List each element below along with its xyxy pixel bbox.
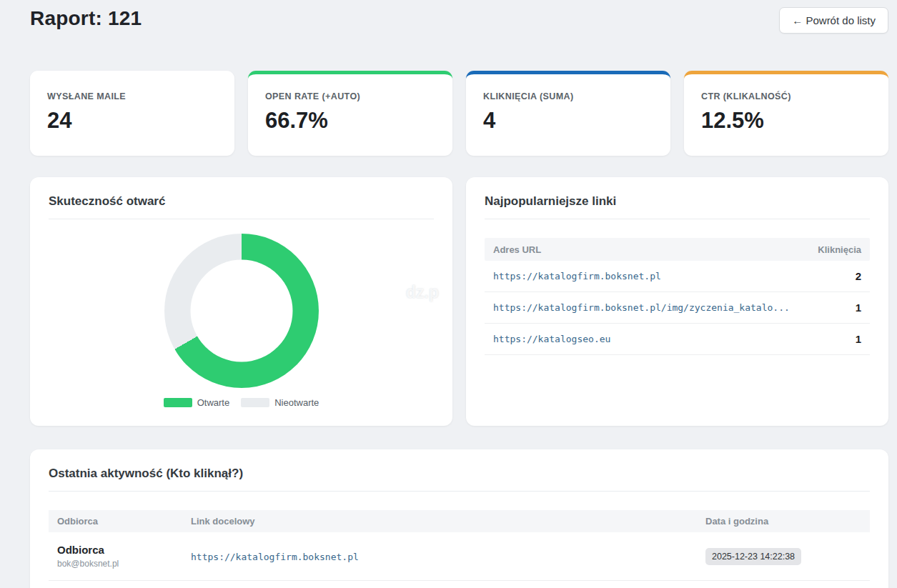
stat-card: CTR (KLIKALNOŚĆ) 12.5% <box>684 71 888 156</box>
col-header-link: Link docelowy <box>191 516 705 527</box>
last-activity-card: Ostatnia aktywność (Kto kliknął?) Odbior… <box>30 449 888 588</box>
col-header-datetime: Data i godzina <box>705 516 861 527</box>
link-url[interactable]: https://katalogfirm.boksnet.pl <box>191 552 359 562</box>
click-count: 2 <box>856 270 861 282</box>
link-url[interactable]: https://katalogfirm.boksnet.pl/img/zycze… <box>493 302 790 313</box>
links-table-header: Adres URL Kliknięcia <box>485 238 870 261</box>
click-count: 1 <box>856 302 861 314</box>
back-to-list-button[interactable]: ← Powrót do listy <box>779 7 888 34</box>
divider <box>49 491 870 492</box>
link-cell: https://katalogfirm.boksnet.pl <box>191 550 705 563</box>
col-header-recipient: Odbiorca <box>57 516 191 527</box>
report-page: Raport: 121 ← Powrót do listy WYSŁANE MA… <box>0 0 897 588</box>
table-row: Odbiorca bok@boksnet.pl https://katalogf… <box>49 532 870 581</box>
recipient-name: Odbiorca <box>57 544 191 556</box>
table-row: https://katalogseo.eu 1 <box>485 324 870 355</box>
legend-swatch-green <box>164 398 192 407</box>
link-url[interactable]: https://katalogseo.eu <box>493 334 610 344</box>
stat-label: WYSŁANE MAILE <box>47 91 217 101</box>
link-url[interactable]: https://katalogfirm.boksnet.pl <box>493 271 661 281</box>
opens-effectiveness-card: Skuteczność otwarć Otwarte Nieotwarte <box>30 177 452 426</box>
legend-item-nieotwarte[interactable]: Nieotwarte <box>241 397 319 408</box>
page-title: Raport: 121 <box>30 7 142 30</box>
col-header-url: Adres URL <box>493 244 541 255</box>
middle-section: Skuteczność otwarć Otwarte Nieotwarte <box>30 177 888 426</box>
chart-legend: Otwarte Nieotwarte <box>164 397 319 408</box>
stat-label: CTR (KLIKALNOŚĆ) <box>701 91 871 101</box>
stat-card: OPEN RATE (+AUTO) 66.7% <box>248 71 452 156</box>
donut-hole <box>190 260 292 362</box>
stats-grid: WYSŁANE MAILE 24 OPEN RATE (+AUTO) 66.7%… <box>30 71 888 156</box>
activity-table-header: Odbiorca Link docelowy Data i godzina <box>49 510 870 532</box>
stat-label: OPEN RATE (+AUTO) <box>265 91 435 101</box>
stat-value: 12.5% <box>701 108 871 134</box>
stat-label: KLIKNIĘCIA (SUMA) <box>483 91 653 101</box>
opens-card-title: Skuteczność otwarć <box>49 194 434 209</box>
recipient-cell: Odbiorca bok@boksnet.pl <box>57 544 191 569</box>
activity-card-title: Ostatnia aktywność (Kto kliknął?) <box>49 467 870 481</box>
table-row: https://katalogfirm.boksnet.pl 2 <box>485 261 870 292</box>
recipient-email: bok@boksnet.pl <box>57 559 191 569</box>
legend-swatch-gray <box>241 398 269 407</box>
stat-value: 24 <box>47 108 217 134</box>
links-table: Adres URL Kliknięcia https://katalogfirm… <box>485 238 870 355</box>
links-card-title: Najpopularniejsze linki <box>485 194 870 209</box>
page-header: Raport: 121 ← Powrót do listy <box>30 0 888 39</box>
opens-donut-chart <box>164 234 319 388</box>
stat-card: KLIKNIĘCIA (SUMA) 4 <box>466 71 670 156</box>
stat-value: 66.7% <box>265 108 435 134</box>
legend-label: Otwarte <box>197 397 230 408</box>
legend-label: Nieotwarte <box>274 397 319 408</box>
click-count: 1 <box>856 333 861 345</box>
divider <box>485 219 870 219</box>
legend-item-otwarte[interactable]: Otwarte <box>164 397 230 408</box>
datetime-cell: 2025-12-23 14:22:38 <box>705 548 861 565</box>
donut-chart-wrap: Otwarte Nieotwarte <box>49 219 434 408</box>
stat-card: WYSŁANE MAILE 24 <box>30 71 234 156</box>
top-links-card: Najpopularniejsze linki Adres URL Klikni… <box>466 177 888 426</box>
stat-value: 4 <box>483 108 653 134</box>
col-header-clicks: Kliknięcia <box>818 244 861 255</box>
table-row: https://katalogfirm.boksnet.pl/img/zycze… <box>485 292 870 324</box>
datetime-badge: 2025-12-23 14:22:38 <box>705 548 801 565</box>
